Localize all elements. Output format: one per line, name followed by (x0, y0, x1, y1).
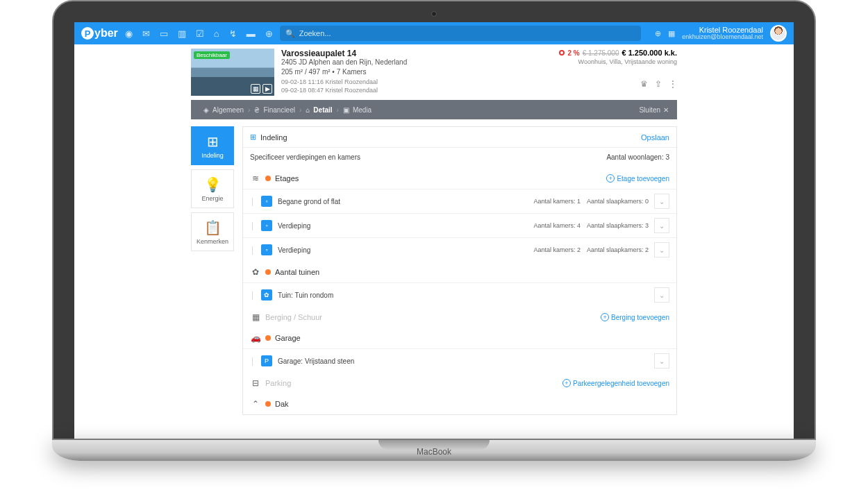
expand-button[interactable]: ⌄ (654, 218, 669, 233)
old-price: € 1.275.000 (583, 49, 619, 57)
share-icon[interactable]: ⇪ (655, 79, 662, 89)
crumb-detail-label: Detail (313, 106, 332, 114)
crumb-detail[interactable]: ⌂ Detail (301, 106, 336, 114)
close-icon: ✕ (663, 106, 669, 114)
add-berging-label: Berging toevoegen (611, 314, 669, 321)
tab-indeling-label: Indeling (201, 152, 224, 159)
tasks-icon[interactable]: ☑ (196, 28, 204, 39)
clipboard-icon: 📋 (204, 219, 222, 236)
layers-icon: ≋ (250, 174, 261, 183)
crumb-financieel-label: Financieel (263, 106, 295, 114)
search-input[interactable] (299, 29, 635, 37)
floor-icon: ▫ (261, 244, 272, 255)
add-parking-button[interactable]: + Parkeergelegenheid toevoegen (562, 379, 669, 387)
close-button[interactable]: Sluiten ✕ (639, 106, 669, 114)
etage-kamers-0: Aantal kamers: 1 (518, 198, 581, 205)
crumb-algemeen-label: Algemeen (212, 106, 244, 114)
crown-icon[interactable]: ♛ (640, 79, 648, 89)
add-parking-label: Parkeergelegenheid toevoegen (573, 380, 669, 387)
avatar[interactable] (770, 25, 787, 42)
laptop-base: MacBook (52, 440, 816, 461)
etage-row-1: │ ▫ Verdieping Aantal kamers: 4 Aantal s… (243, 213, 676, 237)
search-box[interactable]: 🔍 (280, 26, 641, 41)
add-etage-button[interactable]: + Etage toevoegen (606, 174, 669, 183)
etage-title-2: Verdieping (278, 246, 512, 254)
etage-row-0: │ ▫ Begane grond of flat Aantal kamers: … (243, 189, 676, 213)
add-berging-button[interactable]: + Berging toevoegen (601, 313, 669, 321)
section-tuinen-title: Aantal tuinen (275, 268, 319, 276)
add-etage-label: Etage toevoegen (617, 175, 669, 183)
section-parking-title: Parking (265, 379, 291, 387)
parking-lot-icon: ⊟ (250, 378, 261, 388)
money-icon: ₴ (254, 106, 260, 114)
search-icon: 🔍 (285, 29, 295, 38)
new-price: € 1.250.000 k.k. (621, 49, 677, 57)
tab-indeling[interactable]: ⊞ Indeling (191, 126, 234, 165)
dashboard-icon[interactable]: ◉ (125, 28, 133, 39)
status-dot (265, 401, 271, 407)
tree-connector: │ (250, 246, 256, 254)
contacts-icon[interactable]: ▭ (160, 28, 168, 39)
calendar-icon[interactable]: ▥ (178, 28, 186, 39)
expand-button[interactable]: ⌄ (654, 242, 669, 257)
lookup-icon[interactable]: ⊕ (265, 28, 273, 39)
etage-slaap-2: Aantal slaapkamers: 2 (586, 246, 649, 253)
section-etages-title: Etages (275, 174, 299, 183)
mail-icon[interactable]: ✉ (142, 28, 150, 39)
expand-button[interactable]: ⌄ (654, 287, 669, 303)
thumb-gallery-icon[interactable]: ▦ (251, 84, 260, 94)
tree-connector: │ (250, 291, 256, 299)
apps-icon[interactable]: ▦ (668, 29, 675, 38)
add-icon[interactable]: ⊕ (655, 29, 661, 38)
woonlagen-count: Aantal woonlagen: 3 (606, 153, 669, 161)
user-block[interactable]: Kristel Roozendaal enkhuizen@bloemendaal… (682, 26, 763, 41)
tab-kenmerken-label: Kenmerken (197, 238, 228, 245)
log-line-1: 09-02-18 11:16 Kristel Roozendaal (281, 78, 552, 87)
save-button[interactable]: Opslaan (641, 133, 669, 142)
crumb-algemeen[interactable]: ◈ Algemeen (199, 106, 248, 114)
chat-icon[interactable]: ▬ (247, 28, 256, 39)
property-thumb[interactable]: Beschikbaar ▦ ▶ (191, 49, 274, 96)
shield-icon: ◈ (203, 106, 209, 114)
garage-icon: 🚗 (250, 333, 261, 343)
tab-kenmerken[interactable]: 📋 Kenmerken (191, 212, 234, 251)
etage-kamers-2: Aantal kamers: 2 (518, 246, 581, 253)
section-garage-title: Garage (275, 334, 301, 342)
thumb-play-icon[interactable]: ▶ (262, 84, 272, 94)
house-icon: ⌂ (306, 106, 310, 114)
property-type: Woonhuis, Villa, Vrijstaande woning (559, 58, 677, 65)
crumb-financieel[interactable]: ₴ Financieel (250, 106, 299, 114)
routes-icon[interactable]: ↯ (229, 28, 237, 39)
tuin-row: │ ✿ Tuin: Tuin rondom ⌄ (243, 282, 676, 307)
logo[interactable]: Pyber (81, 27, 118, 40)
etage-title-0: Begane grond of flat (278, 198, 512, 205)
tuin-value: Tuin: Tuin rondom (278, 291, 649, 299)
floorplan-icon: ⊞ (250, 133, 256, 142)
garden-icon: ✿ (250, 267, 261, 277)
breadcrumb: ◈ Algemeen › ₴ Financieel › ⌂ Detail (191, 100, 677, 119)
etage-title-1: Verdieping (278, 222, 512, 230)
plus-icon: + (606, 174, 615, 183)
user-sub: enkhuizen@bloemendaal.net (682, 34, 763, 41)
top-icon-row: ◉ ✉ ▭ ▥ ☑ ⌂ ↯ ▬ ⊕ (125, 28, 273, 39)
image-icon: ▣ (343, 106, 349, 114)
expand-button[interactable]: ⌄ (654, 353, 669, 369)
more-icon[interactable]: ⋮ (669, 79, 677, 89)
plus-icon: + (562, 379, 571, 387)
crumb-media[interactable]: ▣ Media (339, 106, 376, 114)
tab-energie[interactable]: 💡 Energie (191, 169, 234, 208)
section-dak-title: Dak (275, 400, 289, 408)
etage-slaap-1: Aantal slaapkamers: 3 (586, 222, 649, 229)
floor-icon: ▫ (261, 220, 272, 231)
home-icon[interactable]: ⌂ (214, 28, 219, 39)
camera-dot (431, 11, 437, 17)
panel-title: Indeling (260, 133, 641, 142)
status-dot (265, 269, 271, 275)
expand-button[interactable]: ⌄ (654, 194, 669, 209)
property-title: Varossieaupalet 14 (281, 49, 552, 58)
tree-connector: │ (250, 222, 256, 230)
laptop-label: MacBook (417, 447, 451, 457)
pct-icon (559, 50, 565, 56)
tree-connector: │ (250, 198, 256, 205)
garage-row: │ P Garage: Vrijstaand steen ⌄ (243, 348, 676, 373)
